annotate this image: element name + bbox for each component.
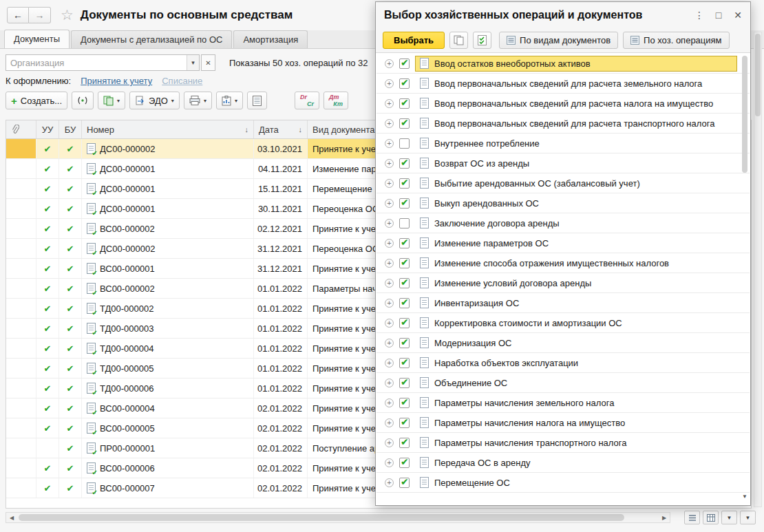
- set-marks-button[interactable]: [473, 32, 491, 49]
- expand-icon[interactable]: +: [385, 339, 394, 348]
- create-based-on-button[interactable]: ▾: [98, 92, 125, 109]
- expand-icon[interactable]: +: [385, 279, 394, 288]
- operation-item[interactable]: +Возврат ОС из аренды: [376, 153, 750, 173]
- dt-kt-button[interactable]: Дт Кт: [323, 92, 348, 109]
- operation-item[interactable]: +Корректировка стоимости и амортизации О…: [376, 313, 750, 333]
- expand-icon[interactable]: +: [385, 99, 394, 108]
- by-operations-button[interactable]: По хоз. операциям: [623, 32, 729, 49]
- scrollbar-thumb[interactable]: [742, 56, 747, 173]
- tab-amortization[interactable]: Амортизация: [233, 30, 308, 48]
- operation-checkbox[interactable]: [399, 178, 410, 189]
- scroll-right-icon[interactable]: ▶: [659, 515, 670, 521]
- operation-checkbox[interactable]: [399, 218, 410, 228]
- expand-icon[interactable]: +: [385, 379, 394, 387]
- expand-icon[interactable]: +: [385, 59, 394, 68]
- expand-icon[interactable]: +: [385, 319, 394, 328]
- operation-item[interactable]: +Заключение договора аренды: [376, 213, 750, 233]
- favorite-star-icon[interactable]: ☆: [61, 7, 74, 23]
- copy-button[interactable]: [449, 32, 468, 49]
- expand-icon[interactable]: +: [385, 438, 394, 447]
- operation-item[interactable]: +Ввод остатков внеоборотных активов: [376, 54, 750, 74]
- document-register-button[interactable]: [247, 92, 267, 109]
- link-acceptance[interactable]: Принятие к учету: [81, 76, 152, 86]
- column-attachment[interactable]: [6, 120, 36, 138]
- expand-icon[interactable]: +: [385, 259, 394, 268]
- operation-item[interactable]: +Наработка объектов эксплуатации: [376, 353, 750, 373]
- tab-documents[interactable]: Документы: [4, 30, 70, 48]
- operation-item[interactable]: +Передача ОС в аренду: [376, 453, 750, 473]
- scroll-down-button[interactable]: ▼: [721, 511, 737, 524]
- operation-item[interactable]: +Модернизация ОС: [376, 333, 750, 353]
- operation-item[interactable]: +Объединение ОС: [376, 373, 750, 393]
- create-button[interactable]: + Создать...: [6, 92, 67, 109]
- list-view-button[interactable]: [684, 511, 700, 524]
- print-button[interactable]: ▾: [184, 92, 212, 109]
- link-writeoff[interactable]: Списание: [162, 76, 202, 86]
- operation-checkbox[interactable]: [399, 298, 410, 308]
- operation-item[interactable]: +Ввод первоначальных сведений для расчет…: [376, 74, 750, 94]
- scroll-left-icon[interactable]: ◀: [6, 515, 17, 521]
- expand-icon[interactable]: +: [385, 179, 394, 188]
- operation-item[interactable]: +Ввод первоначальных сведений для расчет…: [376, 114, 750, 134]
- back-button[interactable]: ←: [7, 7, 29, 23]
- operation-item[interactable]: +Параметры начисления налога на имуществ…: [376, 413, 750, 433]
- operation-item[interactable]: +Изменение параметров ОС: [376, 233, 750, 253]
- expand-icon[interactable]: +: [385, 478, 394, 487]
- expand-icon[interactable]: +: [385, 418, 394, 427]
- scrollbar-thumb[interactable]: [755, 34, 761, 116]
- select-button[interactable]: Выбрать: [383, 32, 445, 49]
- column-date[interactable]: Дата ↓: [254, 120, 308, 138]
- operation-checkbox[interactable]: [399, 378, 410, 388]
- operation-checkbox[interactable]: [399, 158, 410, 169]
- operation-item[interactable]: +Параметры начисления земельного налога: [376, 393, 750, 413]
- forward-button[interactable]: →: [29, 7, 51, 23]
- discussions-button[interactable]: [72, 92, 94, 109]
- vertical-scrollbar[interactable]: [754, 32, 762, 507]
- expand-icon[interactable]: +: [385, 119, 394, 128]
- operation-item[interactable]: +Выбытие арендованных ОС (забалансовый у…: [376, 173, 750, 193]
- dialog-menu-button[interactable]: ⋮: [690, 6, 709, 24]
- expand-icon[interactable]: +: [385, 458, 394, 467]
- expand-icon[interactable]: +: [385, 299, 394, 308]
- operation-checkbox[interactable]: [399, 238, 410, 248]
- organization-clear-button[interactable]: ✕: [201, 54, 215, 71]
- operation-item[interactable]: +Параметры начисления транспортного нало…: [376, 433, 750, 453]
- operation-item[interactable]: +Изменение условий договора аренды: [376, 273, 750, 293]
- operation-checkbox[interactable]: [399, 78, 410, 89]
- expand-icon[interactable]: +: [385, 239, 394, 248]
- expand-icon[interactable]: +: [385, 159, 394, 168]
- dialog-vertical-scrollbar[interactable]: ▼: [741, 56, 748, 500]
- operation-item[interactable]: +Перемещение ОС: [376, 473, 750, 493]
- operation-checkbox[interactable]: [399, 338, 410, 348]
- operation-checkbox[interactable]: [399, 418, 410, 428]
- operation-item[interactable]: +Инвентаризация ОС: [376, 293, 750, 313]
- scrollbar-thumb[interactable]: [19, 514, 624, 521]
- operation-checkbox[interactable]: [399, 138, 410, 149]
- expand-icon[interactable]: +: [385, 199, 394, 208]
- expand-icon[interactable]: +: [385, 139, 394, 148]
- column-number[interactable]: Номер ↓: [82, 120, 254, 138]
- expand-icon[interactable]: +: [385, 79, 394, 88]
- operation-checkbox[interactable]: [399, 118, 410, 129]
- operation-checkbox[interactable]: [399, 318, 410, 328]
- operation-item[interactable]: +Ввод первоначальных сведений для расчет…: [376, 94, 750, 114]
- dialog-close-button[interactable]: ✕: [728, 6, 747, 24]
- expand-icon[interactable]: +: [385, 219, 394, 228]
- reports-button[interactable]: ▾: [216, 92, 243, 109]
- dialog-maximize-button[interactable]: □: [709, 6, 728, 24]
- expand-icon[interactable]: +: [385, 398, 394, 407]
- edo-button[interactable]: ЭДО ▾: [129, 92, 180, 109]
- operation-checkbox[interactable]: [399, 358, 410, 368]
- operation-checkbox[interactable]: [399, 258, 410, 268]
- operation-item[interactable]: +Изменение способа отражения имущественн…: [376, 253, 750, 273]
- operation-checkbox[interactable]: [399, 198, 410, 209]
- tab-documents-by-os[interactable]: Документы с детализацией по ОС: [71, 30, 232, 48]
- operation-checkbox[interactable]: [399, 458, 410, 468]
- column-uu[interactable]: УУ: [36, 120, 59, 138]
- operation-checkbox[interactable]: [399, 98, 410, 109]
- horizontal-scrollbar[interactable]: ◀ ▶: [6, 512, 670, 523]
- by-document-types-button[interactable]: По видам документов: [499, 32, 618, 49]
- dr-cr-button[interactable]: Dr Cr: [295, 92, 319, 109]
- operation-checkbox[interactable]: [399, 478, 410, 488]
- operation-checkbox[interactable]: [399, 58, 410, 69]
